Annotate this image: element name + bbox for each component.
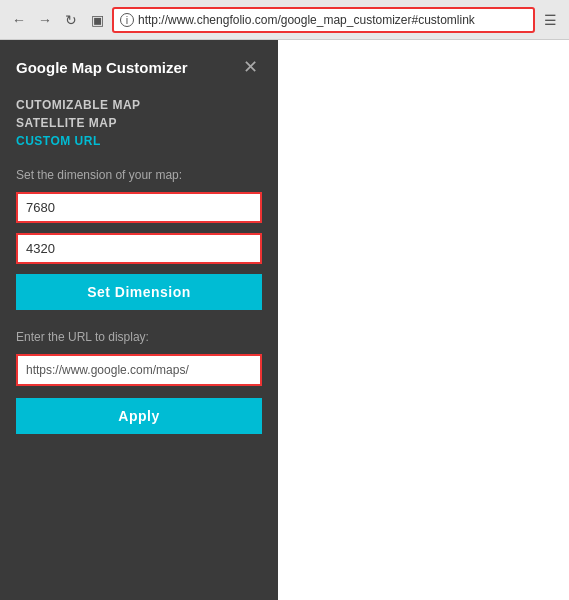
refresh-button[interactable]: ↻ [60, 9, 82, 31]
page-content: Google Map Customizer ✕ CUTOMIZABLE MAP … [0, 40, 569, 600]
panel: Google Map Customizer ✕ CUTOMIZABLE MAP … [0, 40, 278, 600]
height-input[interactable] [16, 233, 262, 264]
address-input[interactable] [138, 13, 527, 27]
url-label: Enter the URL to display: [16, 330, 262, 344]
panel-title: Google Map Customizer [16, 59, 188, 76]
set-dimension-button[interactable]: Set Dimension [16, 274, 262, 310]
nav-items: CUTOMIZABLE MAP SATELLITE MAP CUSTOM URL [16, 98, 262, 148]
nav-item-custom-url[interactable]: CUSTOM URL [16, 134, 262, 148]
nav-item-customizable[interactable]: CUTOMIZABLE MAP [16, 98, 262, 112]
apply-button[interactable]: Apply [16, 398, 262, 434]
nav-item-satellite[interactable]: SATELLITE MAP [16, 116, 262, 130]
width-input[interactable] [16, 192, 262, 223]
browser-chrome: ← → ↻ ▣ i ☰ [0, 0, 569, 40]
panel-header: Google Map Customizer ✕ [16, 56, 262, 78]
extensions-icon: ☰ [539, 9, 561, 31]
map-area [278, 40, 569, 600]
info-icon: i [120, 13, 134, 27]
url-input[interactable] [16, 354, 262, 386]
close-button[interactable]: ✕ [239, 56, 262, 78]
address-bar-wrapper: i [112, 7, 535, 33]
back-button[interactable]: ← [8, 9, 30, 31]
screen-button[interactable]: ▣ [86, 9, 108, 31]
forward-button[interactable]: → [34, 9, 56, 31]
dimension-label: Set the dimension of your map: [16, 168, 262, 182]
